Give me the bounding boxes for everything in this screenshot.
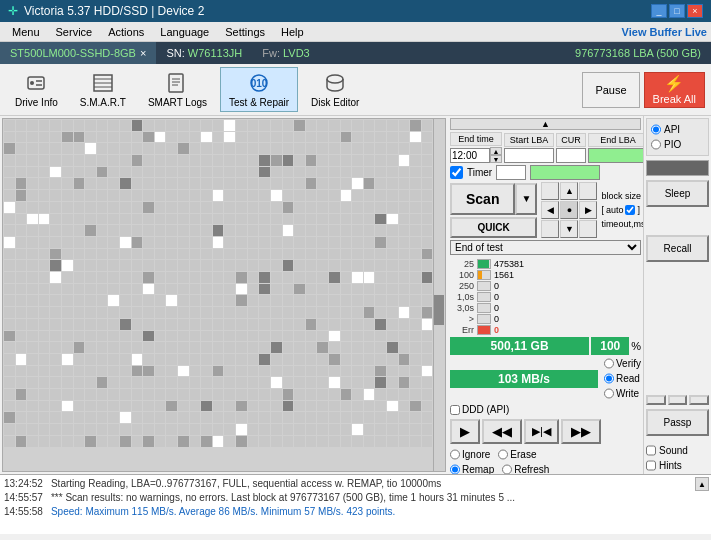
- play-button[interactable]: ▶: [450, 419, 480, 444]
- drive-info-btn[interactable]: Drive Info: [6, 67, 67, 112]
- sleep-button[interactable]: Sleep: [646, 180, 709, 207]
- test-repair-label: Test & Repair: [229, 97, 289, 108]
- back-button[interactable]: ◀◀: [482, 419, 522, 444]
- close-button[interactable]: ×: [687, 4, 703, 18]
- quick-button[interactable]: QUICK: [450, 217, 537, 238]
- ddd-api-checkbox[interactable]: [450, 405, 460, 415]
- log-entry: 14:55:58Speed: Maximum 115 MB/s. Average…: [4, 505, 707, 519]
- recall-button[interactable]: Recall: [646, 235, 709, 262]
- end-button[interactable]: ▶▶: [561, 419, 601, 444]
- end-time-label: End time: [450, 132, 502, 146]
- pio-option[interactable]: PIO: [651, 138, 704, 151]
- arrow-upleft[interactable]: [541, 182, 559, 200]
- timer-input[interactable]: 0: [496, 165, 526, 180]
- disk-editor-icon: [323, 71, 347, 95]
- cur-input[interactable]: [556, 148, 586, 163]
- far-right-panel: API PIO Sleep Recall Passp Sound Hints: [643, 116, 711, 474]
- end-lba-input[interactable]: 976773167: [588, 148, 643, 163]
- maximize-button[interactable]: □: [669, 4, 685, 18]
- auto-bracket: ]: [637, 205, 640, 215]
- pause-button[interactable]: Pause: [582, 72, 639, 108]
- refresh-option[interactable]: Refresh: [502, 463, 549, 474]
- stat-row: 250 0: [450, 281, 641, 291]
- drive-info-icon: [24, 71, 48, 95]
- smart-btn[interactable]: S.M.A.R.T: [71, 67, 135, 112]
- menu-language[interactable]: Language: [152, 24, 217, 40]
- drive-info-label: Drive Info: [15, 97, 58, 108]
- arrow-downleft[interactable]: [541, 220, 559, 238]
- stat-row: 1,0s 0: [450, 292, 641, 302]
- block-size-label: block size: [601, 191, 641, 201]
- udma-bar: [646, 160, 709, 176]
- view-buffer-live[interactable]: View Buffer Live: [622, 26, 707, 38]
- log-entry: 13:24:52Starting Reading, LBA=0..9767731…: [4, 477, 707, 491]
- read-option[interactable]: Read: [604, 372, 641, 385]
- arrow-center[interactable]: ●: [560, 201, 578, 219]
- timer-input2[interactable]: 976773167: [530, 165, 600, 180]
- disk-editor-btn[interactable]: Disk Editor: [302, 67, 368, 112]
- stat-row: 100 1561: [450, 270, 641, 280]
- minimize-button[interactable]: _: [651, 4, 667, 18]
- test-repair-btn[interactable]: 010 Test & Repair: [220, 67, 298, 112]
- scan-button[interactable]: Scan: [450, 183, 515, 215]
- svg-rect-8: [169, 74, 183, 92]
- hints-option[interactable]: Hints: [646, 459, 709, 472]
- start-lba-label: Start LBA: [504, 133, 554, 147]
- scroll-up-button[interactable]: ▲: [450, 118, 641, 130]
- device-tab[interactable]: ST500LM000-SSHD-8GB ×: [0, 42, 156, 64]
- api-option[interactable]: API: [651, 123, 704, 136]
- timer-checkbox[interactable]: [450, 166, 463, 179]
- grid-area: [2, 118, 446, 472]
- erase-option[interactable]: Erase: [498, 448, 536, 461]
- start-lba-input[interactable]: 0: [504, 148, 554, 163]
- side-btn-2[interactable]: [668, 395, 688, 405]
- scrollbar[interactable]: [433, 119, 445, 471]
- break-all-button[interactable]: ⚡ Break All: [644, 72, 705, 108]
- arrow-up[interactable]: ▲: [560, 182, 578, 200]
- title-bar: ✛ Victoria 5.37 HDD/SSD | Device 2 _ □ ×: [0, 0, 711, 22]
- arrow-downright[interactable]: [579, 220, 597, 238]
- log-area: 13:24:52Starting Reading, LBA=0..9767731…: [0, 474, 711, 534]
- svg-point-14: [327, 75, 343, 83]
- disk-editor-label: Disk Editor: [311, 97, 359, 108]
- stat-row: > 0: [450, 314, 641, 324]
- ignore-option[interactable]: Ignore: [450, 448, 490, 461]
- end-time-input[interactable]: [450, 148, 490, 163]
- time-up-btn[interactable]: ▲: [490, 147, 502, 155]
- remap-option[interactable]: Remap: [450, 463, 494, 474]
- smart-label: S.M.A.R.T: [80, 97, 126, 108]
- auto-checkbox[interactable]: [625, 205, 635, 215]
- menu-service[interactable]: Service: [48, 24, 101, 40]
- smart-logs-icon: [165, 71, 189, 95]
- break-icon: ⚡: [664, 74, 684, 93]
- arrow-down[interactable]: ▼: [560, 220, 578, 238]
- next-block-button[interactable]: ▶|◀: [524, 419, 559, 444]
- side-btn-3[interactable]: [689, 395, 709, 405]
- menu-bar: Menu Service Actions Language Settings H…: [0, 22, 711, 42]
- write-option[interactable]: Write: [604, 387, 641, 400]
- arrow-left[interactable]: ◀: [541, 201, 559, 219]
- toolbar: Drive Info S.M.A.R.T SMART Logs 010 Test…: [0, 64, 711, 116]
- app-icon: ✛: [8, 4, 18, 18]
- arrow-right[interactable]: ▶: [579, 201, 597, 219]
- passp-button[interactable]: Passp: [646, 409, 709, 436]
- timeout-label: timeout,ms: [601, 219, 643, 229]
- side-btn-1[interactable]: [646, 395, 666, 405]
- menu-menu[interactable]: Menu: [4, 24, 48, 40]
- time-down-btn[interactable]: ▼: [490, 155, 502, 163]
- end-test-select[interactable]: End of test: [450, 240, 641, 255]
- menu-help[interactable]: Help: [273, 24, 312, 40]
- log-scroll-button[interactable]: ▲: [695, 477, 709, 491]
- smart-logs-btn[interactable]: SMART Logs: [139, 67, 216, 112]
- pct-symbol: %: [631, 340, 641, 352]
- menu-settings[interactable]: Settings: [217, 24, 273, 40]
- arrow-upright[interactable]: [579, 182, 597, 200]
- sound-option[interactable]: Sound: [646, 444, 709, 457]
- device-bar: ST500LM000-SSHD-8GB × SN: W76113JH Fw: L…: [0, 42, 711, 64]
- verify-option[interactable]: Verify: [604, 357, 641, 370]
- auto-text: auto: [606, 205, 624, 215]
- test-repair-icon: 010: [247, 71, 271, 95]
- scan-dropdown-button[interactable]: ▼: [515, 183, 537, 215]
- menu-actions[interactable]: Actions: [100, 24, 152, 40]
- main-area: ▲ End time ▲ ▼ Start LBA 0 CUR: [0, 116, 711, 474]
